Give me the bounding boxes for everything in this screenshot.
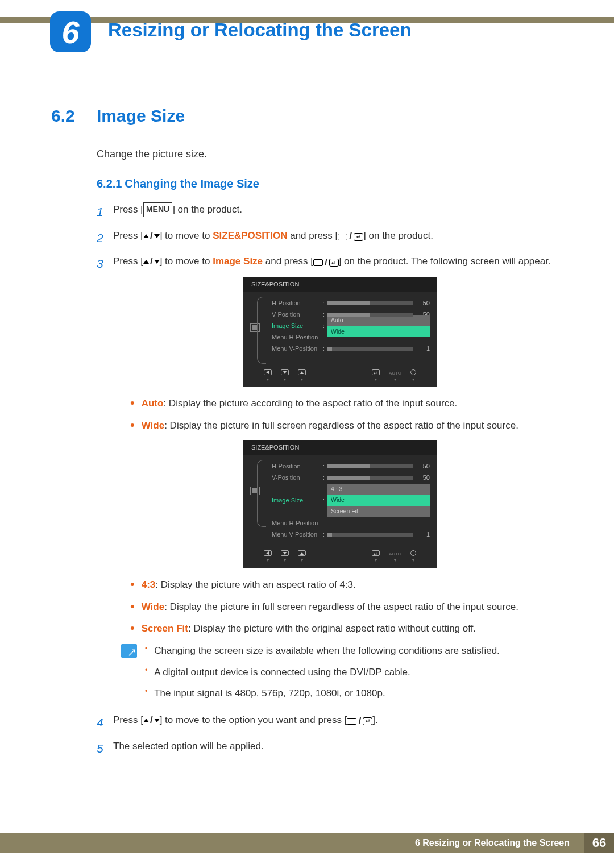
osd-back-icon: ▾ [264,550,272,564]
step-text: Press [/] to move to Image Size and pres… [113,254,560,707]
step-text: Press [/] to move to the option you want… [113,712,560,733]
osd-bracket-decoration [257,460,266,527]
note-item: •Changing the screen size is available w… [145,643,560,658]
chapter-title: Resizing or Relocating the Screen [108,19,412,41]
page-content: 6.2 Image Size Change the picture size. … [51,106,560,764]
step-number: 2 [97,228,105,248]
target-label: Image Size [213,256,263,267]
bullet-wide: •Wide: Display the picture in full scree… [130,418,560,434]
osd-row-menuhpos: Menu H-Position [272,517,430,529]
source-enter-icon: /↵ [313,255,339,271]
note-item: •The input signal is 480p, 576p, 720p, 1… [145,686,560,701]
up-down-icon: / [143,228,160,244]
step-number: 3 [97,254,105,707]
target-label: SIZE&POSITION [213,230,287,241]
osd-row-menuvpos: Menu V-Position:1 [272,343,430,355]
osd-footer: ▾ ▾ ▾ ▾ AUTO▾ ▾ [243,547,437,566]
chapter-badge: 6 [50,11,91,52]
step-text: Press [MENU] on the product. [113,202,560,222]
osd-screenshot-1: SIZE&POSITION H-Position:50 V-Position:5… [120,277,560,387]
osd-screenshot-2: SIZE&POSITION H-Position:50 V-Position:5… [120,440,560,568]
note-item: •A digital output device is connected us… [145,665,560,680]
page-number: 66 [592,836,606,850]
osd-auto-icon: AUTO▾ [389,369,401,384]
footer-text: 6 Resizing or Relocating the Screen [415,838,570,848]
bullet-list-2: •4:3: Display the picture with an aspect… [130,577,560,638]
osd-power-icon: ▾ [410,550,416,564]
subsection-number: 6.2.1 [97,177,122,190]
step-3: 3 Press [/] to move to Image Size and pr… [97,254,560,707]
step-1: 1 Press [MENU] on the product. [97,202,560,222]
chapter-number: 6 [61,14,79,51]
osd-enter-icon: ▾ [372,550,380,564]
source-enter-icon: /↵ [347,713,372,730]
osd-row-hposition: H-Position:50 [272,298,430,309]
step-text: The selected option will be applied. [113,738,560,759]
menu-button-icon: MENU [143,202,172,217]
section-number: 6.2 [51,106,85,126]
bullet-wide: •Wide: Display the picture in full scree… [130,599,560,616]
subsection-heading: 6.2.1 Changing the Image Size [97,177,560,190]
osd-auto-icon: AUTO▾ [389,550,401,564]
osd-back-icon: ▾ [264,369,272,384]
osd-bracket-decoration [257,297,266,364]
note-block: •Changing the screen size is available w… [121,643,560,707]
section-heading: 6.2 Image Size [51,106,560,126]
osd-up-icon: ▾ [298,369,306,384]
osd-row-vposition: V-Position:50 [272,472,430,484]
osd-row-menuvpos: Menu V-Position:1 [272,529,430,540]
step-2: 2 Press [/] to move to SIZE&POSITION and… [97,228,560,248]
bullet-auto: •Auto: Display the picture according to … [130,396,560,412]
steps-list: 1 Press [MENU] on the product. 2 Press [… [97,202,560,758]
osd-down-icon: ▾ [281,550,289,564]
step-5: 5 The selected option will be applied. [97,738,560,759]
osd-row-hposition: H-Position:50 [272,461,430,472]
bullet-screenfit: •Screen Fit: Display the picture with th… [130,621,560,637]
osd-power-icon: ▾ [410,369,416,384]
osd-title: SIZE&POSITION [243,440,437,455]
bullet-43: •4:3: Display the picture with an aspect… [130,577,560,593]
step-text: Press [/] to move to SIZE&POSITION and p… [113,228,560,248]
subsection-title: Changing the Image Size [125,177,259,190]
osd-enter-icon: ▾ [372,369,380,384]
osd-footer: ▾ ▾ ▾ ▾ AUTO▾ ▾ [243,366,437,385]
step-number: 4 [97,712,105,733]
section-title: Image Size [97,106,185,126]
section-intro: Change the picture size. [97,148,560,160]
info-icon [121,644,137,658]
page-footer: 6 Resizing or Relocating the Screen 66 [0,833,614,853]
osd-row-imagesize: Image Size:4 : 3WideScreen Fit [272,484,430,518]
up-down-icon: / [143,712,160,729]
osd-row-imagesize: Image Size:AutoWide [272,321,430,332]
step-number: 5 [97,738,105,759]
osd-down-icon: ▾ [281,369,289,384]
up-down-icon: / [143,254,160,270]
step-number: 1 [97,202,105,222]
bullet-list-1: •Auto: Display the picture according to … [130,396,560,434]
step-4: 4 Press [/] to move to the option you wa… [97,712,560,733]
osd-title: SIZE&POSITION [243,277,437,292]
source-enter-icon: /↵ [338,229,363,245]
osd-up-icon: ▾ [298,550,306,564]
